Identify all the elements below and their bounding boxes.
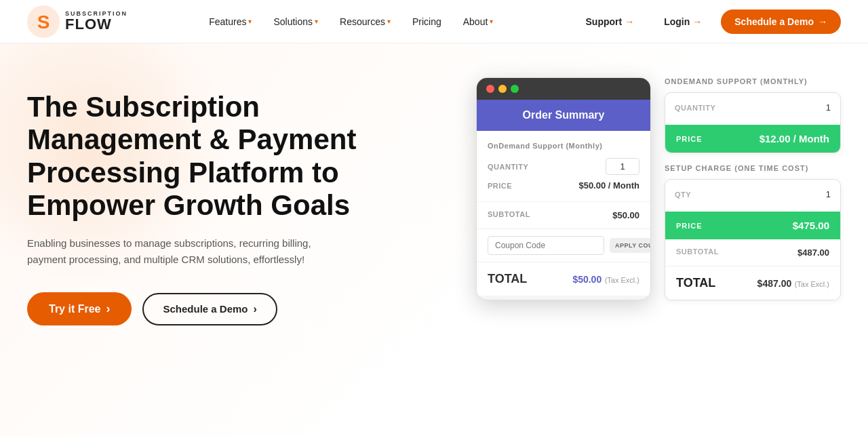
order-product-name: OnDemand Support (Monthly) (488, 142, 639, 150)
order-summary-header: Order Summary (477, 100, 650, 131)
arrow-icon: → (818, 16, 827, 27)
setup-total-label: TOTAL (676, 276, 715, 290)
coupon-input[interactable] (488, 236, 604, 255)
setup-subtotal-value: $487.00 (797, 247, 829, 258)
setup-total-value: $487.00 (757, 278, 792, 289)
navbar: S SUBSCRIPTION FLOW Features ▾ Solutions… (0, 0, 868, 43)
nav-solutions[interactable]: Solutions ▾ (265, 11, 326, 33)
navbar-actions: Support → Login → Schedule a Demo → (575, 9, 841, 34)
logo-flow: FLOW (65, 17, 127, 32)
hero-section: The Subscription Management & Payment Pr… (0, 43, 868, 436)
order-quantity-row: QUANTITY 1 (488, 158, 639, 175)
subtotal-label: SUBTOTAL (488, 210, 530, 220)
card-titlebar (477, 78, 650, 100)
total-value: $50.00 (572, 274, 601, 285)
setup-subtotal-row: SUBTOTAL $487.00 (665, 239, 840, 266)
schedule-demo-nav-button[interactable]: Schedule a Demo → (721, 9, 841, 34)
total-amount: $50.00 (Tax Excl.) (572, 273, 639, 285)
chevron-down-icon: ▾ (490, 18, 493, 25)
arrow-icon: → (692, 16, 702, 27)
ondemand-price-bar: PRICE $12.00 / Month (665, 125, 840, 153)
ondemand-card-body: QUANTITY 1 (665, 93, 840, 125)
hero-right: Order Summary OnDemand Support (Monthly)… (476, 71, 841, 300)
nav-about[interactable]: About ▾ (455, 11, 502, 33)
support-link[interactable]: Support → (575, 11, 646, 33)
nav-features[interactable]: Features ▾ (201, 11, 260, 33)
login-button[interactable]: Login → (653, 11, 713, 33)
ondemand-price-label: PRICE (676, 135, 703, 143)
schedule-demo-button[interactable]: Schedule a Demo › (142, 293, 277, 325)
nav-pricing[interactable]: Pricing (404, 11, 450, 33)
order-product-section: OnDemand Support (Monthly) QUANTITY 1 PR… (477, 131, 650, 202)
logo[interactable]: S SUBSCRIPTION FLOW (27, 5, 127, 38)
ondemand-qty-value: 1 (826, 102, 831, 113)
total-label: TOTAL (488, 272, 527, 286)
quantity-label: QUANTITY (488, 163, 528, 171)
setup-qty-value: 1 (826, 189, 831, 199)
maximize-dot (511, 85, 519, 93)
order-total-row: TOTAL $50.00 (Tax Excl.) (477, 262, 650, 296)
order-summary-card: Order Summary OnDemand Support (Monthly)… (476, 77, 651, 300)
setup-total-note: (Tax Excl.) (795, 280, 829, 288)
right-panel: ONDEMAND SUPPORT (MONTHLY) QUANTITY 1 PR… (665, 77, 841, 300)
order-subtotal-row: SUBTOTAL $50.00 (477, 202, 650, 229)
svg-text:S: S (37, 11, 50, 32)
setup-qty-label: QTY (675, 191, 691, 199)
ondemand-quantity-row: QUANTITY 1 (675, 102, 831, 113)
setup-price-bar: PRICE $475.00 (665, 212, 840, 239)
arrow-icon: → (625, 16, 634, 27)
hero-subtitle: Enabling businesses to manage subscripti… (27, 235, 353, 268)
hero-content: The Subscription Management & Payment Pr… (27, 71, 380, 325)
setup-total-row: TOTAL $487.00 (Tax Excl.) (665, 266, 840, 300)
setup-section-title: SETUP CHARGE (one time cost) (665, 164, 841, 172)
setup-total-amount: $487.00 (Tax Excl.) (757, 277, 829, 290)
quantity-value: 1 (606, 158, 639, 175)
setup-card-body: QTY 1 (665, 180, 840, 212)
hero-title: The Subscription Management & Payment Pr… (27, 91, 380, 222)
price-label: PRICE (488, 182, 512, 190)
ondemand-section: ONDEMAND SUPPORT (MONTHLY) QUANTITY 1 PR… (665, 77, 841, 153)
chevron-down-icon: ▾ (315, 18, 318, 25)
try-free-button[interactable]: Try it Free › (27, 292, 132, 325)
ondemand-price-value: $12.00 / Month (760, 133, 829, 144)
setup-card: QTY 1 PRICE $475.00 SUBTOTAL $487.00 TOT… (665, 179, 841, 300)
arrow-icon: › (106, 302, 110, 316)
order-card-body: OnDemand Support (Monthly) QUANTITY 1 PR… (477, 131, 650, 296)
hero-buttons: Try it Free › Schedule a Demo › (27, 292, 380, 325)
total-note: (Tax Excl.) (605, 276, 639, 284)
navbar-nav: Features ▾ Solutions ▾ Resources ▾ Prici… (201, 11, 501, 33)
apply-coupon-button[interactable]: APPLY COUPON (610, 238, 651, 253)
subtotal-value: $50.00 (612, 210, 639, 220)
minimize-dot (498, 85, 507, 93)
order-price-row: PRICE $50.00 / Month (488, 180, 639, 191)
ondemand-qty-label: QUANTITY (675, 104, 715, 112)
ondemand-section-title: ONDEMAND SUPPORT (MONTHLY) (665, 77, 841, 85)
setup-qty-row: QTY 1 (675, 189, 831, 199)
logo-icon: S (27, 5, 60, 38)
price-value: $50.00 / Month (578, 180, 639, 191)
nav-resources[interactable]: Resources ▾ (332, 11, 399, 33)
setup-subtotal-label: SUBTOTAL (676, 247, 719, 258)
coupon-row: APPLY COUPON (477, 229, 650, 262)
chevron-down-icon: ▾ (387, 18, 391, 25)
setup-section: SETUP CHARGE (one time cost) QTY 1 PRICE… (665, 164, 841, 300)
setup-price-value: $475.00 (793, 220, 829, 231)
ondemand-card: QUANTITY 1 PRICE $12.00 / Month (665, 92, 841, 153)
arrow-icon: › (254, 303, 257, 315)
setup-price-label: PRICE (676, 222, 703, 230)
chevron-down-icon: ▾ (248, 18, 252, 25)
close-dot (486, 85, 494, 93)
